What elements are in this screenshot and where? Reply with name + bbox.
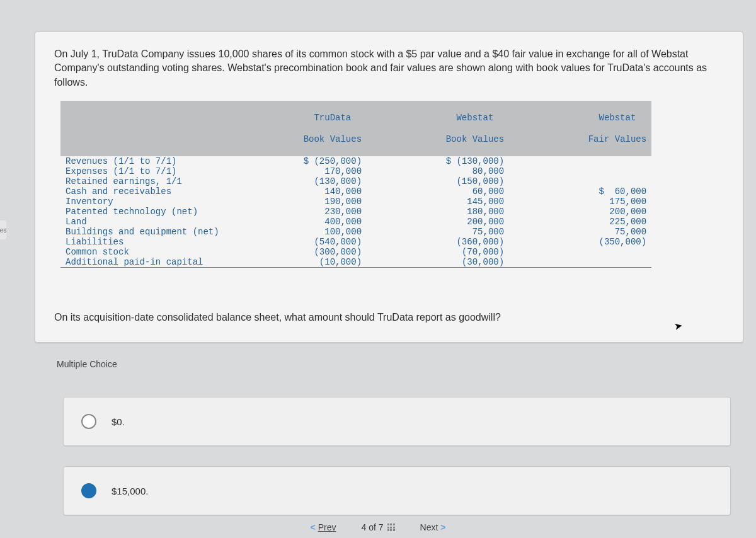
question-intro: On July 1, TruData Company issues 10,000… (54, 47, 724, 89)
table-row: Cash and receivables140,00060,000$ 60,00… (60, 186, 651, 197)
cell: 230,000 (224, 207, 367, 217)
cell: $ (130,000) (367, 156, 509, 166)
next-button[interactable]: Next > (420, 522, 446, 532)
col-header-2-l2: Book Values (446, 134, 504, 144)
row-label: Common stock (60, 247, 224, 257)
question-card: On July 1, TruData Company issues 10,000… (35, 31, 743, 343)
choice-b-text: $15,000. (112, 486, 148, 496)
nav-bar: < Prev 4 of 7 Next > (0, 517, 756, 538)
cell: 175,000 (509, 197, 651, 207)
cell: 75,000 (509, 227, 651, 237)
table-row: Buildings and equipment (net)100,00075,0… (60, 227, 651, 237)
cell: 100,000 (224, 227, 367, 237)
next-label: Next (420, 522, 438, 532)
table-row: Retained earnings, 1/1(130,000)(150,000) (60, 176, 651, 186)
cell (509, 166, 651, 176)
table-row: Patented technology (net)230,000180,0002… (60, 207, 651, 217)
cell: 140,000 (224, 186, 367, 197)
col-header-3-l2: Fair Values (588, 134, 646, 144)
cell: (300,000) (224, 247, 367, 257)
table-row: Land400,000200,000225,000 (60, 217, 651, 227)
row-label: Inventory (60, 197, 224, 207)
cell: 225,000 (509, 217, 651, 227)
cell: (70,000) (367, 247, 509, 257)
cell: 145,000 (367, 197, 509, 207)
financial-table-wrap: TruData Book Values Webstat Book Values … (60, 101, 724, 286)
col-header-2-l1: Webstat (456, 113, 493, 123)
col-header-3-l1: Webstat (599, 113, 636, 123)
row-label: Expenses (1/1 to 7/1) (60, 166, 224, 176)
question-prompt: On its acquisition-date consolidated bal… (54, 312, 724, 323)
table-row: Inventory190,000145,000175,000 (60, 197, 651, 207)
cell: 180,000 (367, 207, 509, 217)
col-header-2: Webstat Book Values (367, 101, 509, 156)
cell: (10,000) (224, 257, 367, 268)
page-count: 4 of 7 (361, 522, 394, 532)
table-row: Revenues (1/1 to 7/1)$ (250,000)$ (130,0… (60, 156, 651, 166)
cell (509, 257, 651, 268)
cell (509, 156, 651, 166)
col-header-1-l2: Book Values (304, 134, 362, 144)
choice-b[interactable]: $15,000. (63, 466, 731, 515)
cell: 60,000 (367, 186, 509, 197)
row-label: Revenues (1/1 to 7/1) (60, 156, 224, 166)
table-row: Expenses (1/1 to 7/1)170,00080,000 (60, 166, 651, 176)
table-row: Additional paid-in capital(10,000)(30,00… (60, 257, 651, 268)
grid-icon[interactable] (387, 524, 395, 531)
cell (509, 247, 651, 257)
col-header-1-l1: TruData (314, 113, 351, 123)
cell: (350,000) (509, 237, 651, 247)
prev-button[interactable]: < Prev (311, 522, 336, 532)
cell: $ 60,000 (509, 186, 651, 197)
col-header-3: Webstat Fair Values (509, 101, 651, 156)
financial-table: TruData Book Values Webstat Book Values … (60, 101, 651, 286)
table-spacer (60, 268, 651, 287)
cell: (360,000) (367, 237, 509, 247)
row-label: Liabilities (60, 237, 224, 247)
row-label: Land (60, 217, 224, 227)
cell: 170,000 (224, 166, 367, 176)
cell (509, 176, 651, 186)
cell: $ (250,000) (224, 156, 367, 166)
cell: 75,000 (367, 227, 509, 237)
multiple-choice-label: Multiple Choice (57, 359, 117, 369)
radio-unselected-icon[interactable] (81, 414, 96, 429)
radio-selected-icon[interactable] (81, 483, 96, 498)
table-row: Liabilities(540,000)(360,000)(350,000) (60, 237, 651, 247)
row-label: Buildings and equipment (net) (60, 227, 224, 237)
page-count-text: 4 of 7 (361, 522, 383, 532)
col-header-1: TruData Book Values (224, 101, 367, 156)
cell: (30,000) (367, 257, 509, 268)
cell: 200,000 (367, 217, 509, 227)
left-tab-label: es (0, 227, 6, 234)
cell: 400,000 (224, 217, 367, 227)
prev-label: Prev (318, 522, 336, 532)
row-label: Cash and receivables (60, 186, 224, 197)
cell: 190,000 (224, 197, 367, 207)
page-root: es On July 1, TruData Company issues 10,… (0, 0, 756, 538)
table-row: Common stock(300,000)(70,000) (60, 247, 651, 257)
cell: 80,000 (367, 166, 509, 176)
row-header-blank (60, 101, 224, 156)
chevron-left-icon: < (311, 522, 316, 532)
cell: (130,000) (224, 176, 367, 186)
left-tab: es (0, 220, 6, 239)
row-label: Patented technology (net) (60, 207, 224, 217)
row-label: Retained earnings, 1/1 (60, 176, 224, 186)
chevron-right-icon: > (440, 522, 445, 532)
choice-a[interactable]: $0. (63, 397, 731, 446)
choice-a-text: $0. (112, 416, 125, 427)
cell: 200,000 (509, 207, 651, 217)
cell: (150,000) (367, 176, 509, 186)
cell: (540,000) (224, 237, 367, 247)
row-label: Additional paid-in capital (60, 257, 224, 268)
